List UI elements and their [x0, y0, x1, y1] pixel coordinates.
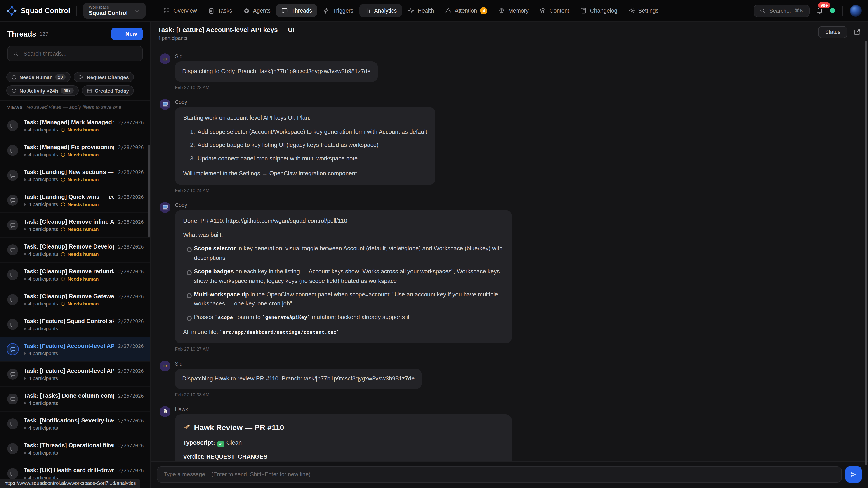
needs-human-badge: Needs human	[61, 276, 99, 282]
thread-title: Task: [Cleanup] Remove redundant Save Pr…	[24, 268, 114, 275]
thread-participants: 4 participants	[29, 226, 58, 232]
nav-label: Tasks	[218, 7, 232, 14]
participant-dot	[24, 427, 26, 429]
alert-icon	[61, 227, 66, 232]
thread-list-item[interactable]: Task: [Managed] Mark Managed tier as Co.…	[0, 113, 150, 138]
nav-item-content[interactable]: Content	[535, 4, 575, 17]
thread-date: 2/27/2026	[118, 368, 144, 374]
eagle-icon	[183, 424, 190, 431]
message-author: Cody	[175, 99, 435, 105]
nav-item-overview[interactable]: Overview	[158, 4, 202, 17]
thread-date: 2/28/2026	[118, 244, 144, 250]
needs-human-badge: Needs human	[61, 177, 99, 182]
needs-human-badge: Needs human	[61, 201, 99, 207]
link-preview: https://www.squadcontrol.ai/w/workspace-…	[0, 479, 141, 488]
user-avatar[interactable]	[850, 5, 862, 17]
attention-badge: 4	[480, 7, 487, 14]
thread-list-item[interactable]: Task: [Feature] Account-level API keys —…	[0, 337, 150, 361]
thread-list-item[interactable]: Task: [Cleanup] Remove Development Tool.…	[0, 237, 150, 262]
global-search-button[interactable]: Search... ⌘K	[753, 4, 810, 17]
branch-icon	[79, 74, 84, 80]
filter-chip-no-activity-24h[interactable]: No Activity >24h99+	[6, 86, 79, 96]
filter-chip-created-today[interactable]: Created Today	[82, 86, 134, 96]
sidebar-scrollbar[interactable]	[148, 144, 150, 237]
thread-list-item[interactable]: Task: [Feature] Account-level API keys —…	[0, 361, 150, 386]
thread-list-item[interactable]: Task: [Tasks] Done column compaction at …	[0, 386, 150, 411]
thread-participants: 4 participants	[29, 152, 58, 157]
thread-date: 2/27/2026	[118, 344, 144, 349]
thread-avatar-chat-icon	[7, 443, 18, 454]
app-logo: Squad Control	[6, 5, 70, 16]
thread-list-item[interactable]: Task: [Cleanup] Remove redundant Save Pr…	[0, 262, 150, 287]
nav-item-changelog[interactable]: Changelog	[575, 4, 622, 17]
filter-chip-needs-human[interactable]: Needs Human23	[6, 72, 70, 82]
thread-participants: 4 participants	[29, 376, 58, 381]
bolt-icon	[323, 7, 330, 14]
nav-item-health[interactable]: Health	[403, 4, 439, 17]
views-label: VIEWS	[7, 105, 23, 110]
needs-human-badge: Needs human	[61, 226, 99, 232]
thread-list-item[interactable]: Task: [Landing] Quick wins — copy, contr…	[0, 188, 150, 213]
clock-icon	[11, 88, 17, 93]
logo-icon	[6, 5, 17, 16]
nav-item-attention[interactable]: Attention4	[440, 4, 493, 18]
nav-label: Settings	[638, 7, 658, 14]
filter-chip-request-changes[interactable]: Request Changes	[74, 72, 134, 82]
participant-dot	[24, 352, 26, 355]
sidebar-header: Threads 127 New	[0, 22, 150, 45]
nav-item-threads[interactable]: Threads	[276, 4, 317, 17]
thread-search-input[interactable]	[23, 50, 137, 57]
message-timestamp: Feb 27 10:27 AM	[175, 347, 512, 352]
thread-date: 2/28/2026	[118, 219, 144, 225]
thread-list-item[interactable]: Task: [Cleanup] Remove inline API Docume…	[0, 213, 150, 237]
nav-item-settings[interactable]: Settings	[623, 4, 663, 17]
composer	[151, 461, 868, 488]
thread-date: 2/28/2026	[118, 269, 144, 274]
notifications-button[interactable]: 99+	[815, 5, 825, 16]
thread-title: Task: [Feature] Squad Control skill — mu…	[24, 318, 114, 324]
nav-label: Health	[417, 7, 434, 14]
message-author: Sid	[175, 54, 378, 59]
thread-list-item[interactable]: Task: [Landing] New sections — pricing p…	[0, 163, 150, 188]
thread-date: 2/25/2026	[118, 443, 144, 448]
message-list[interactable]: SidDispatching to Cody. Branch: task/jh7…	[151, 46, 868, 461]
thread-title: Task: [Managed] Fix provisioning script …	[24, 144, 114, 151]
status-button[interactable]: Status	[818, 26, 847, 38]
chat-scrollbar[interactable]	[865, 41, 867, 465]
brain-icon	[498, 7, 505, 14]
message-author: Cody	[175, 202, 512, 208]
thread-list-item[interactable]: Task: [Threads] Operational filters and …	[0, 436, 150, 461]
thread-date: 2/28/2026	[118, 120, 144, 125]
nav-item-memory[interactable]: Memory	[493, 4, 533, 17]
external-link-icon[interactable]	[854, 29, 861, 36]
nav-item-agents[interactable]: Agents	[238, 4, 276, 17]
nav-label: Changelog	[590, 7, 617, 14]
nav-item-tasks[interactable]: Tasks	[203, 4, 237, 17]
clipboard-icon	[208, 7, 215, 14]
thread-title: Task: [UX] Health card drill-downs for i…	[24, 467, 114, 474]
alert-icon	[61, 177, 66, 182]
message: CodyStarting work on account-level API k…	[160, 98, 859, 199]
nav-label: Analytics	[374, 7, 397, 14]
message-input[interactable]	[157, 466, 842, 483]
message-bubble: Hawk Review — PR #110TypeScript: ✓ Clean…	[175, 414, 512, 461]
chart-icon	[364, 7, 371, 14]
thread-list-item[interactable]: Task: [Cleanup] Remove Gateway URL / pus…	[0, 287, 150, 312]
new-thread-button[interactable]: New	[112, 28, 143, 40]
workspace-selector[interactable]: Workspace Squad Control	[84, 3, 146, 19]
message-author: Hawk	[175, 406, 512, 412]
nav-label: Memory	[508, 7, 528, 14]
thread-list-item[interactable]: Task: [Feature] Squad Control skill — mu…	[0, 312, 150, 337]
thread-avatar-chat-icon	[7, 319, 18, 330]
thread-list-item[interactable]: Task: [Notifications] Severity-based not…	[0, 411, 150, 436]
thread-list-item[interactable]: Task: [Managed] Fix provisioning script …	[0, 138, 150, 163]
nav-item-analytics[interactable]: Analytics	[359, 4, 402, 17]
send-button[interactable]	[845, 466, 862, 483]
nav-item-triggers[interactable]: Triggers	[318, 4, 359, 17]
message-bubble: Done! PR #110: https://github.com/wgan/s…	[175, 210, 512, 344]
thread-header: Task: [Feature] Account-level API keys —…	[151, 22, 868, 46]
participant-dot	[24, 253, 26, 255]
thread-avatar-chat-icon	[7, 120, 18, 131]
chevron-down-icon	[134, 7, 141, 14]
message-timestamp: Feb 27 10:23 AM	[175, 85, 378, 90]
